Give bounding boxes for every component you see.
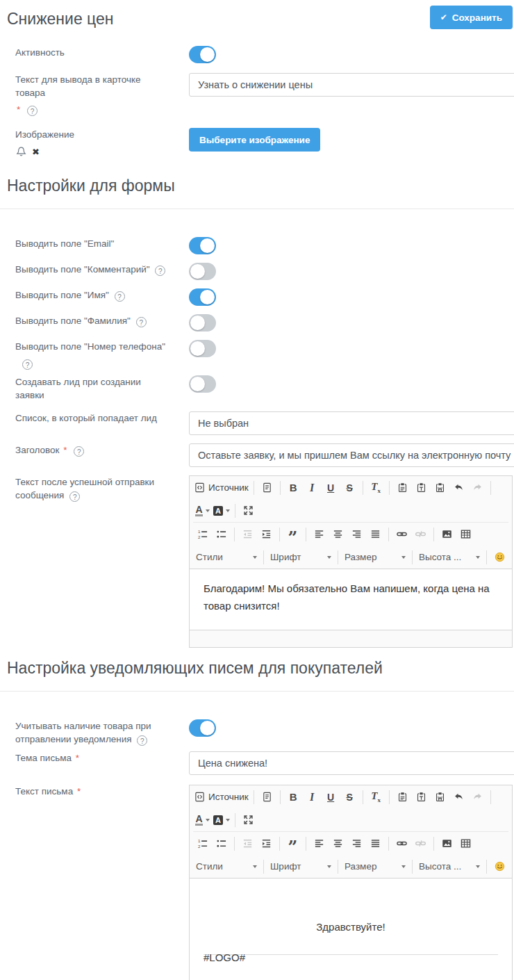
paste-button[interactable] <box>393 479 412 496</box>
card-text-input[interactable] <box>189 73 514 97</box>
paste-word-button[interactable] <box>431 788 449 806</box>
templates-button[interactable] <box>258 788 276 806</box>
remove-image-icon[interactable]: ✖ <box>32 145 40 158</box>
maximize-button[interactable] <box>239 502 258 519</box>
name-field-toggle[interactable] <box>189 288 216 306</box>
smiley-button[interactable] <box>490 548 509 566</box>
help-icon[interactable]: ? <box>115 291 125 302</box>
table-button[interactable] <box>456 525 475 543</box>
source-button[interactable]: Источник <box>193 479 250 496</box>
rich-text-editor: Источник B I U S Tx <box>189 475 513 648</box>
templates-button[interactable] <box>258 479 276 496</box>
mail-divider <box>204 954 498 955</box>
align-justify-button[interactable] <box>366 525 385 543</box>
phone-field-toggle[interactable] <box>189 340 216 357</box>
align-justify-button[interactable] <box>366 835 385 852</box>
decrease-indent-button[interactable] <box>238 835 257 852</box>
bold-button[interactable]: B <box>284 479 303 496</box>
source-button[interactable]: Источник <box>193 788 250 806</box>
stock-availability-toggle[interactable] <box>189 719 216 737</box>
help-icon[interactable]: ? <box>137 735 147 746</box>
remove-format-button[interactable]: Tx <box>367 479 386 496</box>
strikethrough-button[interactable]: S <box>340 788 359 806</box>
font-dropdown[interactable]: Шрифт <box>267 858 334 875</box>
decrease-indent-button[interactable] <box>238 525 257 543</box>
editor-content[interactable]: #LOGO# Здравствуйте! <box>190 918 512 980</box>
align-left-button[interactable] <box>310 525 329 543</box>
strikethrough-button[interactable]: S <box>340 479 359 496</box>
align-right-button[interactable] <box>347 835 366 852</box>
line-height-dropdown[interactable]: Высота ... <box>416 858 483 875</box>
undo-button[interactable] <box>449 788 468 806</box>
maximize-button[interactable] <box>239 811 258 828</box>
text-color-button[interactable]: A <box>193 502 212 519</box>
activity-toggle[interactable] <box>189 46 216 63</box>
unlink-button[interactable] <box>411 835 430 852</box>
email-field-toggle[interactable] <box>189 237 216 254</box>
underline-button[interactable]: U <box>322 788 340 806</box>
paste-button[interactable] <box>393 788 412 806</box>
smiley-button[interactable] <box>490 858 509 875</box>
undo-button[interactable] <box>449 479 468 496</box>
help-icon[interactable]: ? <box>27 106 38 116</box>
image-button[interactable] <box>438 835 456 852</box>
required-asterisk: * <box>77 786 81 797</box>
align-right-button[interactable] <box>347 525 366 543</box>
align-left-button[interactable] <box>310 835 329 852</box>
increase-indent-button[interactable] <box>257 525 276 543</box>
background-color-button[interactable]: A <box>212 502 231 519</box>
table-button[interactable] <box>456 835 475 852</box>
heading-input[interactable] <box>189 443 514 467</box>
text-color-button[interactable]: A <box>193 811 212 828</box>
redo-button[interactable] <box>468 479 487 496</box>
help-icon[interactable]: ? <box>155 266 165 276</box>
italic-button[interactable]: I <box>303 788 322 806</box>
editor-content[interactable]: Благодарим! Мы обязательно Вам напишем, … <box>190 569 512 630</box>
blockquote-button[interactable]: ” <box>283 835 302 852</box>
italic-button[interactable]: I <box>303 479 322 496</box>
paste-text-button[interactable] <box>412 479 431 496</box>
underline-button[interactable]: U <box>322 479 340 496</box>
align-center-button[interactable] <box>329 835 347 852</box>
styles-dropdown[interactable]: Стили <box>193 548 260 566</box>
help-icon[interactable]: ? <box>22 359 33 370</box>
bulleted-list-button[interactable] <box>212 835 231 852</box>
unlink-button[interactable] <box>411 525 430 543</box>
help-icon[interactable]: ? <box>69 491 80 502</box>
numbered-list-button[interactable] <box>193 835 212 852</box>
align-center-button[interactable] <box>329 525 347 543</box>
size-dropdown[interactable]: Размер <box>342 858 408 875</box>
styles-dropdown[interactable]: Стили <box>193 858 260 875</box>
divider <box>0 209 514 209</box>
toggle-row-phone: Выводить поле "Номер телефона" ? <box>0 340 514 370</box>
bell-image-thumbnail[interactable] <box>15 146 27 158</box>
background-color-button[interactable]: A <box>212 811 231 828</box>
link-button[interactable] <box>392 525 411 543</box>
price-reduction-settings-page: Снижение цен ✔ Сохранить Активность Текс… <box>0 0 514 980</box>
font-dropdown[interactable]: Шрифт <box>267 548 334 566</box>
link-button[interactable] <box>392 835 411 852</box>
blockquote-button[interactable]: ” <box>283 525 302 543</box>
paste-word-button[interactable] <box>431 479 449 496</box>
bold-button[interactable]: B <box>284 788 303 806</box>
save-button-top[interactable]: ✔ Сохранить <box>430 6 513 29</box>
choose-image-button[interactable]: Выберите изображение <box>189 128 320 152</box>
help-icon[interactable]: ? <box>136 317 147 327</box>
bulleted-list-button[interactable] <box>212 525 231 543</box>
mail-body-row: Текст письма * Источник B I U S T <box>0 785 514 980</box>
paste-text-button[interactable] <box>412 788 431 806</box>
help-icon[interactable]: ? <box>74 446 84 457</box>
line-height-dropdown[interactable]: Высота ... <box>416 548 483 566</box>
subject-input[interactable] <box>189 751 514 775</box>
comment-field-toggle[interactable] <box>189 263 216 280</box>
lastname-field-toggle[interactable] <box>189 314 216 332</box>
image-button[interactable] <box>438 525 456 543</box>
lead-list-select[interactable]: Не выбран <box>189 411 514 435</box>
numbered-list-button[interactable] <box>193 525 212 543</box>
required-asterisk: * <box>17 104 20 115</box>
create-lead-toggle[interactable] <box>189 375 216 393</box>
redo-button[interactable] <box>468 788 487 806</box>
size-dropdown[interactable]: Размер <box>342 548 408 566</box>
increase-indent-button[interactable] <box>257 835 276 852</box>
remove-format-button[interactable]: Tx <box>367 788 386 806</box>
